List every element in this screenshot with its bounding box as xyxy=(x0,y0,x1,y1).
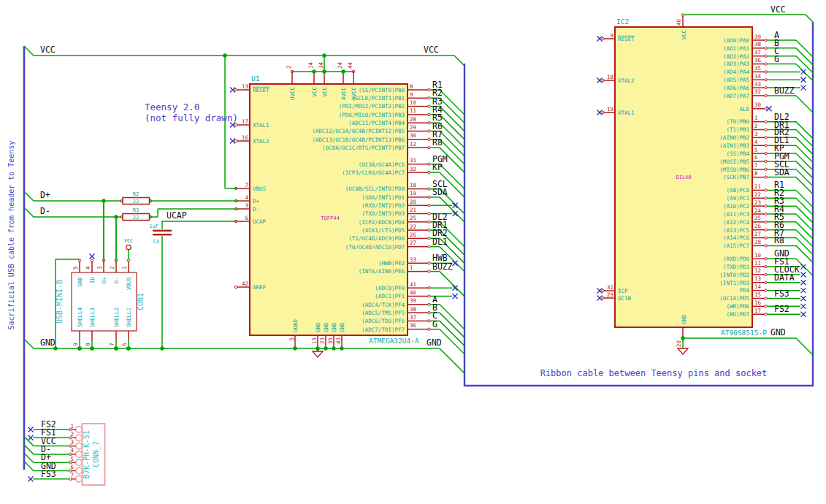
pin-name: D+ xyxy=(101,277,107,284)
pin-name: GND xyxy=(323,322,329,332)
pin-number: 6 xyxy=(754,154,758,161)
pin-number: 5 xyxy=(70,456,74,462)
pin-number: 5 xyxy=(288,337,295,341)
wire xyxy=(24,445,34,454)
pin-number: 40 xyxy=(676,18,682,26)
pin-end xyxy=(765,197,767,199)
component-ref: CON1 xyxy=(137,293,145,310)
pin-name: (A12)PC4 xyxy=(723,219,750,226)
pin-name: RESET xyxy=(618,36,635,42)
pin-name: GND xyxy=(315,322,321,332)
pin-number: 12 xyxy=(754,267,761,274)
schematic-canvas: U1TQFP44ATMEGA32U4-A13RESET17XTAL116XTAL… xyxy=(0,0,826,504)
pin-end xyxy=(234,123,237,126)
pin-end xyxy=(428,130,430,132)
pin-end xyxy=(765,273,767,275)
pin-end xyxy=(428,295,430,297)
wire xyxy=(796,206,813,223)
pin-end xyxy=(428,245,430,248)
pin-socket xyxy=(76,476,83,483)
teensy-note-line2: (not fully drawn) xyxy=(145,112,238,123)
pin-number: 7 xyxy=(109,343,115,346)
pin-end xyxy=(765,237,767,239)
pin-name: (ADC13/OC1B/OC4B/PCINT13)PB6 xyxy=(313,137,405,143)
wire xyxy=(796,238,813,255)
pin-number: 33 xyxy=(410,256,416,263)
pin-end xyxy=(765,265,767,267)
pin-end xyxy=(765,47,767,49)
pin-number: 11 xyxy=(754,260,761,267)
pin-name: (AD0)PA0 xyxy=(723,37,750,44)
pin-number: 40 xyxy=(410,289,417,296)
pin-number: 3 xyxy=(96,266,103,270)
pin-end xyxy=(428,113,430,115)
pin-end xyxy=(765,39,767,41)
net-label: KP xyxy=(432,162,443,172)
pin-number: 16 xyxy=(754,299,762,306)
pin-number: 27 xyxy=(754,231,761,237)
pin-end xyxy=(428,287,430,289)
pin-name: (TXD)PD1 xyxy=(723,264,749,270)
power-flag-label: VCC xyxy=(124,238,134,244)
pin-end xyxy=(765,281,767,283)
pin-name: (XCK1/CTS)PD5 xyxy=(362,227,405,234)
pin-name: (A10)PC2 xyxy=(723,203,749,210)
pin-name: (INT0)PD2 xyxy=(719,272,749,278)
wire xyxy=(24,453,34,462)
pin-name: (RXD/INT2)PD2 xyxy=(362,202,405,209)
pin-number: 15 xyxy=(311,337,318,344)
pin-number: 10 xyxy=(410,99,417,106)
net-label: VCC xyxy=(770,4,786,15)
pin-name: (A13)PC5 xyxy=(723,227,749,234)
wire xyxy=(796,198,813,215)
pin-name: GND xyxy=(331,322,337,332)
pin-name: SHELL4 xyxy=(77,307,83,327)
pin-end xyxy=(91,259,93,261)
pin-number: 18 xyxy=(410,182,417,188)
net-label: FS2 xyxy=(774,304,789,314)
pin-number: 5 xyxy=(72,266,79,270)
wire xyxy=(796,122,813,139)
pin-end xyxy=(127,259,129,261)
pin-end xyxy=(765,55,767,57)
pin-end xyxy=(428,146,430,148)
pin-number: 7 xyxy=(245,182,248,188)
pin-number: 29 xyxy=(410,124,416,131)
pin-name: (AIN1)PB3 xyxy=(719,142,749,149)
pin-number: 25 xyxy=(410,215,416,221)
pin-name: XTAL2 xyxy=(253,138,269,145)
pin-name: RESET xyxy=(253,87,269,93)
pin-number: 24 xyxy=(337,61,343,69)
pin-number: 1 xyxy=(121,266,128,270)
pin-name: (ADC4/TCK)PF4 xyxy=(362,302,405,308)
component-ref: CONN_7 xyxy=(92,441,101,467)
net-label: BUZZ xyxy=(774,85,795,96)
pin-number: 32 xyxy=(754,88,761,95)
net-label: D+ xyxy=(40,190,50,200)
pin-number: 31 xyxy=(607,284,613,291)
wire xyxy=(796,177,813,194)
pin-number: 20 xyxy=(410,199,417,205)
schematic-svg: U1TQFP44ATMEGA32U4-A13RESET17XTAL116XTAL… xyxy=(0,0,826,504)
pin-name: SHELL3 xyxy=(89,308,96,327)
pin-end xyxy=(428,328,430,330)
pin-name: (ADC11/PCINT4)PB4 xyxy=(348,120,405,126)
pin-name: D- xyxy=(113,277,120,283)
pin-name: (A14)PC6 xyxy=(723,234,750,241)
teensy-note: Teensy 2.0 (not fully drawn) xyxy=(145,102,238,123)
pin-name: (INT6/AIN0)PE6 xyxy=(359,268,405,275)
pin-end xyxy=(765,245,767,247)
component-value: 1uF xyxy=(149,224,158,229)
pin-name: (ICP2/ADC8)PD4 xyxy=(359,219,405,226)
pin-end xyxy=(428,163,430,165)
pin-name: (A9)PC1 xyxy=(726,195,749,202)
pin-name: ID xyxy=(89,277,96,284)
pin-end xyxy=(765,63,767,65)
net-label: GND xyxy=(427,337,442,348)
pin-name: (A11)PC3 xyxy=(723,211,749,218)
pin-number: 10 xyxy=(754,252,762,259)
pin-number: 44 xyxy=(347,61,353,69)
pin-name: (RXD)PD0 xyxy=(723,256,750,262)
pin-end xyxy=(765,129,767,131)
pin-end xyxy=(765,121,767,123)
